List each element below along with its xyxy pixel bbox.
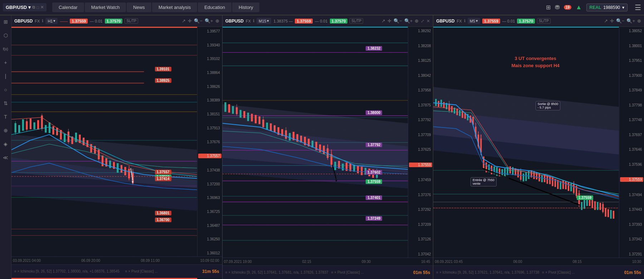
chart2-header-icons: ↗ ✛ 🔍− 🔍+ ⊕ ⤢ ✕ [381,18,430,24]
account-selector[interactable]: REAL 1988590 ▾ [586,4,628,11]
chart-header-3: GBPUSD FX ℹ M5 ▾ 1.37559 — 0.01 1.37570 … [433,15,644,27]
sidebar-shape-icon[interactable]: ⬡ [1,31,10,40]
chart2-info-icon[interactable]: ℹ [253,19,254,23]
nav-calendar[interactable]: Calendar [52,3,84,12]
chart2-trend-icon[interactable]: ↗ [381,18,385,24]
svg-rect-207 [600,203,601,210]
chart2-maximize-icon[interactable]: ⤢ [421,19,424,24]
chart3-price-axis: 1.38052 1.38001 1.37951 1.37900 1.37849 … [619,28,644,258]
chart3-price-12: 1.37494 [620,193,643,197]
coins-icon[interactable]: ⛃ [555,4,560,11]
svg-rect-182 [541,175,543,182]
svg-rect-25 [33,123,35,129]
nav-history[interactable]: History [232,3,259,12]
chart2-bid: 1.37559 [295,19,313,24]
chart2-price-13: 1.37292 [409,208,432,211]
chart1-timeframe[interactable]: H1 ▾ [45,18,58,24]
chart1-body[interactable]: 1.39101 1.38925 1.37557 1.37559 1.37414 … [11,28,222,256]
chart3-canvas[interactable]: 3 UT convergentes Mais zone support H4 E… [433,28,619,258]
chart1-crosshair-icon[interactable]: ✛ [188,18,192,24]
chart1-price-13: 1.36963 [198,196,221,200]
svg-rect-79 [224,102,226,112]
chart3-zoom-in-icon[interactable]: 🔍+ [626,18,635,24]
nav-menu: Calendar Market Watch News Market analys… [52,3,546,12]
chart3-change: — 0.01 [502,19,515,23]
chart2-price-8: 1.37709 [409,133,432,137]
charts-area: GBPUSD FX ℹ H1 ▾ —— 1.37559 — 0.01 1.375… [11,15,644,279]
chart1-price-7: 1.38151 [198,112,221,116]
sidebar-layers-icon[interactable]: ◈ [1,140,10,148]
chart2-level-137401: 1.37401 [366,195,382,200]
sidebar-measure-icon[interactable]: ⊕ [1,126,10,135]
sidebar-line-icon[interactable]: | [1,72,10,80]
chart3-time-4: 10:30 [632,260,641,264]
svg-rect-26 [37,120,39,130]
chart3-timeframe[interactable]: M5 ▾ [468,18,480,24]
chart3-crosshair-icon[interactable]: ✛ [610,18,614,24]
pair-selector[interactable]: GBP/USD ▾ ⧉ □ ✕ [3,3,47,11]
chart1-zoom-out-icon[interactable]: 🔍− [194,18,203,24]
chart2-canvas[interactable]: 1.38232 1.38000 1.37792 1.37602 1.37559 … [223,28,408,258]
sidebar-text-icon[interactable]: T [1,113,10,121]
sidebar-arrows-icon[interactable]: ⇅ [1,99,10,108]
svg-rect-85 [243,111,245,118]
chart2-level-138000: 1.38000 [366,110,382,115]
close-pair-icon[interactable]: ✕ [40,5,44,10]
undock-icon[interactable]: ⧉ [32,5,35,10]
notification-badge[interactable]: 19 [564,5,571,10]
chart2-zoom-out-icon[interactable]: 🔍− [394,18,402,24]
chart3-zoom-out-icon[interactable]: 🔍− [616,18,625,24]
chart2-timeframe[interactable]: M15 ▾ [257,18,271,24]
chart1-price-indicator-line: —— [60,19,68,23]
chart3-price-8: 1.37697 [620,133,643,137]
chart1-price-4: 1.38864 [198,71,221,75]
chart3-info-icon[interactable]: ℹ [464,19,465,23]
sidebar-circle-icon[interactable]: ○ [1,85,10,94]
svg-rect-190 [562,180,564,189]
svg-rect-107 [319,144,321,152]
chart1-settings-icon[interactable]: ⊕ [215,18,219,24]
svg-rect-210 [605,208,606,216]
chart2-settings-icon[interactable]: ⊕ [415,18,419,24]
chart1-price-3: 1.39102 [198,57,221,61]
sidebar-share-icon[interactable]: ≪ [1,153,10,162]
chart3-body[interactable]: 3 UT convergentes Mais zone support H4 E… [433,28,644,258]
menu-icon[interactable]: ☰ [635,3,641,12]
chart3-trend-icon[interactable]: ↗ [604,18,608,24]
chart2-crosshair-icon[interactable]: ✛ [387,18,391,24]
chart1-zoom-in-icon[interactable]: 🔍+ [205,18,213,24]
chart2-change: — 0.01 [315,19,327,23]
chart1-price-6: 1.38389 [198,98,221,102]
nav-market-watch[interactable]: Market Watch [85,3,126,12]
chart2-sltp[interactable]: SL/TP [350,18,363,24]
chart2-close-icon[interactable]: ✕ [426,19,430,24]
chart2-level-137249: 1.37249 [366,216,382,221]
chart1-trend-icon[interactable]: ↗ [182,18,186,24]
chart1-level-137414: 1.37414 [155,176,171,181]
sidebar-add-icon[interactable]: + [1,58,10,67]
chart1-price-11: 1.37438 [198,168,221,172]
chart2-zoom-in-icon[interactable]: 🔍+ [404,18,413,24]
nav-news[interactable]: News [127,3,151,12]
window-icon[interactable]: □ [36,5,39,10]
chart3-price-7: 1.37748 [620,118,643,122]
svg-rect-81 [232,106,234,114]
nav-market-analysis[interactable]: Market analysis [152,3,197,12]
chart1-level-137557: 1.37557 [155,170,171,174]
chart2-footer: ≡ × Ichimoku [9, 26, 52] 1.37641, 1.3768… [223,265,433,279]
sidebar-fx-icon[interactable]: f(x) [1,45,10,53]
chart1-canvas[interactable]: 1.39101 1.38925 1.37557 1.37559 1.37414 … [11,28,197,256]
chart1-info-icon[interactable]: ℹ [42,19,43,23]
chart3-price-current: 1.37559 [620,177,643,182]
chart3-settings-icon[interactable]: ⊕ [637,18,641,24]
chart1-sltp[interactable]: SL/TP [125,18,138,24]
svg-rect-89 [258,116,260,124]
nav-education[interactable]: Education [198,3,231,12]
sidebar-grid-icon[interactable]: ⊞ [1,18,10,26]
svg-rect-167 [504,168,506,177]
chart1-time-2: 06.09 20:00 [81,259,100,263]
chart1-price-1: 1.39577 [198,29,221,33]
monitor-icon[interactable]: ⊞ [546,4,551,11]
chart2-body[interactable]: 1.38232 1.38000 1.37792 1.37602 1.37559 … [223,28,433,258]
chart3-sltp[interactable]: SL/TP [537,18,551,24]
